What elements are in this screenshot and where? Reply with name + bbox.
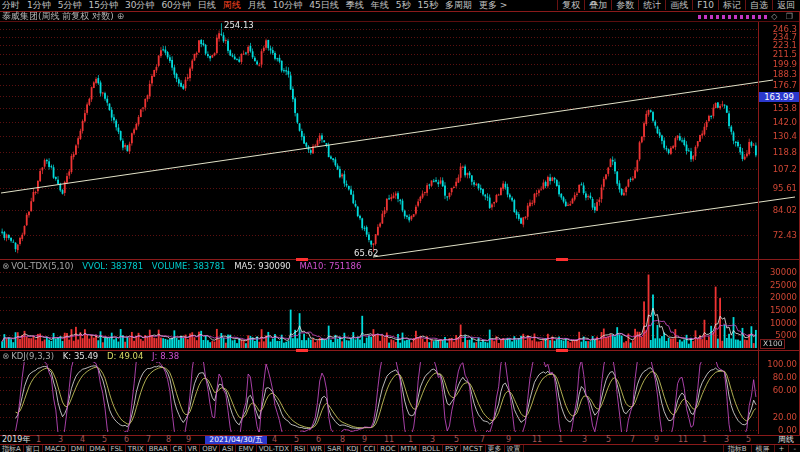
period-tab-15分钟[interactable]: 15分钟 — [88, 0, 117, 10]
highlighted-date-box: 2021/04/30/五 — [205, 436, 267, 444]
period-tab-年线[interactable]: 年线 — [371, 0, 389, 10]
action-参数[interactable]: 参数 — [611, 0, 638, 10]
indicator-tab-PSY[interactable]: PSY — [443, 445, 461, 452]
price-tick-211.5: 211.5 — [759, 49, 797, 59]
period-tab-1分钟[interactable]: 1分钟 — [27, 0, 51, 10]
action-返回[interactable]: 返回 — [772, 0, 799, 10]
period-tab-5分钟[interactable]: 5分钟 — [58, 0, 82, 10]
vol-indicator-name: VOL-TDX(5,10) — [11, 261, 73, 271]
stock-title: 泰威集团(周线 前复权 对数) ⊕ — [2, 12, 124, 21]
action-F10[interactable]: F10 — [692, 0, 718, 10]
action-复权[interactable]: 复权 — [557, 0, 584, 10]
price-tick-188.3: 188.3 — [759, 69, 797, 79]
period-tab-周线[interactable]: 周线 — [223, 0, 241, 10]
month-label: 7 — [630, 436, 635, 444]
price-tick-95.61: 95.61 — [759, 183, 797, 193]
volume-unit-label: X100 — [760, 339, 785, 349]
kdj-tick-80.00: 80.00 — [759, 372, 797, 382]
month-label: 3 — [582, 436, 587, 444]
indicator-tab-CCI[interactable]: CCI — [361, 445, 378, 452]
indicator-tab-TRIX[interactable]: TRIX — [126, 445, 147, 452]
month-label: 3 — [430, 436, 435, 444]
price-tick-84.02: 84.02 — [759, 205, 797, 215]
period-tab-10分钟[interactable]: 10分钟 — [273, 0, 302, 10]
action-统计[interactable]: 统计 — [638, 0, 665, 10]
month-label: 4 — [272, 436, 277, 444]
price-tick-118.8: 118.8 — [759, 147, 797, 157]
kdj-k-value: K: 35.49 — [63, 351, 99, 361]
month-label: 1 — [558, 436, 563, 444]
indicator-tab-KDJ[interactable]: KDJ — [344, 445, 361, 452]
month-label: 5 — [606, 436, 611, 444]
kdj-indicator-name: KDJ(9,3,3) — [11, 351, 54, 361]
month-label: 11 — [384, 436, 394, 444]
close-icon[interactable]: ⊗ — [2, 261, 9, 271]
indicator-tab-VOL-TDX[interactable]: VOL-TDX — [257, 445, 292, 452]
action-画线[interactable]: 画线 — [665, 0, 692, 10]
window-corner-icons[interactable]: ◇ ❐ — [771, 12, 796, 21]
action-自选[interactable]: 自选 — [745, 0, 772, 10]
price-tick-153.8: 153.8 — [759, 103, 797, 113]
indicator-tab-ASI[interactable]: ASI — [220, 445, 236, 452]
indicator-tab-设置[interactable]: 设置 — [505, 445, 524, 452]
period-tab-月线[interactable]: 月线 — [248, 0, 266, 10]
indicator-tab-FSL[interactable]: FSL — [109, 445, 126, 452]
indicator-tab-MTM[interactable]: MTM — [399, 445, 420, 452]
indicator-tab-MACD[interactable]: MACD — [43, 445, 69, 452]
indicator-tab-BOLL[interactable]: BOLL — [420, 445, 443, 452]
indicator-tabs: 指标A窗口MACDDMIDMAFSLTRIXBRARCRVROBVASIEMVV… — [0, 445, 524, 452]
period-tab-60分钟[interactable]: 60分钟 — [161, 0, 190, 10]
period-tab-分时[interactable]: 分时 — [2, 0, 20, 10]
action-标记[interactable]: 标记 — [718, 0, 745, 10]
indicator-tab-DMA[interactable]: DMA — [87, 445, 108, 452]
indicator-tab-更多[interactable]: 更多 — [486, 445, 505, 452]
chart-canvas[interactable] — [0, 0, 800, 452]
magenta-marquee-strip — [698, 15, 770, 19]
indicator-tab-横屏[interactable]: 横屏 — [751, 445, 774, 452]
indicator-tab-指标A[interactable]: 指标A — [0, 445, 24, 452]
close-icon[interactable]: ⊗ — [2, 351, 9, 361]
period-tab-5秒[interactable]: 5秒 — [396, 0, 411, 10]
indicator-tab-WR[interactable]: WR — [308, 445, 325, 452]
indicator-tab-DMI[interactable]: DMI — [69, 445, 88, 452]
month-label: 9 — [186, 436, 191, 444]
month-label: 9 — [506, 436, 511, 444]
month-label: 5 — [454, 436, 459, 444]
indicator-tab-指标B[interactable]: 指标B — [723, 445, 751, 452]
indicator-tab-BRAR[interactable]: BRAR — [147, 445, 171, 452]
period-tab-更多 >[interactable]: 更多 > — [479, 0, 507, 10]
indicator-tab-窗口[interactable]: 窗口 — [24, 445, 43, 452]
action-叠加[interactable]: 叠加 — [584, 0, 611, 10]
vol-tick-20000: 20000 — [759, 292, 797, 302]
period-tab-15秒[interactable]: 15秒 — [417, 0, 437, 10]
year-label: 2019年 — [2, 436, 30, 444]
month-label: 8 — [340, 436, 345, 444]
indicator-tab-VR[interactable]: VR — [186, 445, 201, 452]
indicator-tab-CR[interactable]: CR — [171, 445, 186, 452]
vol-tick-10000: 10000 — [759, 318, 797, 328]
month-label: 5 — [746, 436, 751, 444]
gear-icon[interactable]: ⊕ — [117, 11, 125, 21]
indicator-tab-EMV[interactable]: EMV — [236, 445, 256, 452]
indicator-tab-SAR[interactable]: SAR — [325, 445, 344, 452]
period-tab-30分钟[interactable]: 30分钟 — [125, 0, 154, 10]
indicator-tab-OBV[interactable]: OBV — [200, 445, 220, 452]
price-tick-130.4: 130.4 — [759, 131, 797, 141]
indicator-tab-+[interactable]: + — [774, 445, 789, 452]
indicator-tab--[interactable]: - — [788, 445, 800, 452]
indicator-tab-ROC[interactable]: ROC — [378, 445, 398, 452]
indicator-tab-RSI[interactable]: RSI — [292, 445, 308, 452]
high-price-annotation: 254.13 — [224, 20, 254, 30]
price-tick-72.43: 72.43 — [759, 230, 797, 240]
indicator-tab-MCST[interactable]: MCST — [461, 445, 486, 452]
vvol-value: VVOL: 383781 — [82, 261, 143, 271]
period-tab-多周期[interactable]: 多周期 — [445, 0, 472, 10]
vol-tick-15000: 15000 — [759, 305, 797, 315]
price-tick-107.2: 107.2 — [759, 164, 797, 174]
month-label: 11 — [678, 436, 688, 444]
volume-pane-legend: ⊗VOL-TDX(5,10) VVOL: 383781 VOLUME: 3837… — [2, 262, 367, 271]
period-tab-季线[interactable]: 季线 — [346, 0, 364, 10]
month-label: 11 — [532, 436, 542, 444]
period-tab-日线[interactable]: 日线 — [198, 0, 216, 10]
period-tab-45日线[interactable]: 45日线 — [309, 0, 338, 10]
